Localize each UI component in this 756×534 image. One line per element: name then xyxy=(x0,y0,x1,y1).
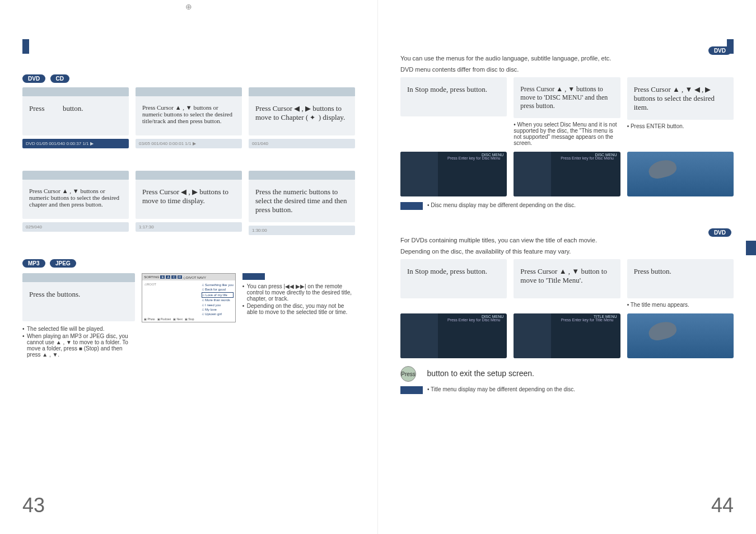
dolphin-image xyxy=(627,152,734,196)
mp3-step-box: Press the buttons. xyxy=(22,282,135,321)
screen-thumb: DISC MENU Press Enter key for Disc Menu xyxy=(400,152,507,196)
intro-text: You can use the menus for the audio lang… xyxy=(400,55,734,62)
mp3-screen-thumb: SORTING E A C R ◇DIVOT NAVY ♫ROOT ♫ Some… xyxy=(142,273,236,322)
note-list: You can press |◀◀ ▶▶| on the remote cont… xyxy=(242,283,355,315)
sub-note: • The title menu appears. xyxy=(627,302,734,308)
note-badge xyxy=(400,202,423,210)
step-4-box: Press Cursor ▲ , ▼ buttons or numeric bu… xyxy=(22,180,129,219)
exit-row: Press button to exit the setup screen. xyxy=(400,366,734,382)
disc-step-3: Press Cursor ▲ , ▼ ◀ , ▶ buttons to sele… xyxy=(627,77,734,120)
title-step-3: Press button. xyxy=(627,259,734,298)
status-strip: 1:17:30 xyxy=(136,222,242,232)
crop-mark-icon: ⊕ xyxy=(185,2,192,11)
jpeg-badge: JPEG xyxy=(50,259,76,268)
note-badge xyxy=(400,386,423,394)
mp3-badge: MP3 xyxy=(22,259,45,268)
step-3-box: Press Cursor ◀ , ▶ buttons to move to Ch… xyxy=(249,96,355,135)
intro-text: For DVDs containing multiple titles, you… xyxy=(400,237,734,243)
note-text: • Title menu display may be different de… xyxy=(427,386,575,392)
note-text: • Disc menu display may be different dep… xyxy=(427,202,576,208)
step-header xyxy=(22,87,129,96)
text: ) display. xyxy=(319,113,346,121)
dolphin-image xyxy=(627,313,734,358)
screen-thumb: TITLE MENU Press Enter key for Title Men… xyxy=(514,313,620,358)
page-number: 43 xyxy=(22,494,45,517)
chapter-icon xyxy=(310,115,316,121)
disc-step-1: In Stop mode, press button. xyxy=(400,77,507,116)
text: Press xyxy=(29,104,44,113)
step-1-box: Press button. xyxy=(22,96,129,135)
title-step-2: Press Cursor ▲ , ▼ button to move to 'Ti… xyxy=(514,259,620,298)
step-header xyxy=(22,273,135,282)
accent-bar xyxy=(22,39,29,54)
step-header xyxy=(136,87,242,96)
dvd-badge: DVD xyxy=(708,228,731,237)
accent-bar xyxy=(727,39,734,54)
screen-thumb: DISC MENU Press Enter key for Disc Menu xyxy=(400,313,507,358)
status-strip: DVD 01/05 001/040 0:00:37 1/1 ▶ xyxy=(22,139,129,148)
note-badge xyxy=(242,273,265,280)
list-item: The selected file will be played. xyxy=(22,326,135,332)
disc-step-2: Press Cursor ▲ , ▼ buttons to move to 'D… xyxy=(514,77,620,118)
mp3-notes: The selected file will be played. When p… xyxy=(22,326,135,358)
screen-thumb: DISC MENU Press Enter key for Disc Menu xyxy=(514,152,620,196)
status-strip: 025/040 xyxy=(22,222,129,232)
list-item: You can press |◀◀ ▶▶| on the remote cont… xyxy=(242,283,355,302)
step-2-box: Press Cursor ▲ , ▼ buttons or numeric bu… xyxy=(136,96,242,135)
sub-note: • Press ENTER button. xyxy=(627,123,734,129)
step-header xyxy=(249,171,355,180)
press-circle-icon: Press xyxy=(400,366,416,382)
status-strip: 03/05 001/040 0:00:01 1/1 ▶ xyxy=(136,139,242,148)
sub-note: • When you select Disc Menu and it is no… xyxy=(514,121,620,146)
text: button to exit the setup screen. xyxy=(427,369,534,378)
step-6-box: Press the numeric buttons to select the … xyxy=(249,180,355,222)
list-item: When playing an MP3 or JPEG disc, you ca… xyxy=(22,333,135,358)
step-header xyxy=(249,87,355,96)
step-header xyxy=(136,171,242,180)
status-strip: 001/040 xyxy=(249,139,355,148)
step-5-box: Press Cursor ◀ , ▶ buttons to move to ti… xyxy=(136,180,242,219)
intro-text: DVD menu contents differ from disc to di… xyxy=(400,66,734,73)
page-number: 44 xyxy=(711,494,734,517)
step-header xyxy=(22,171,129,180)
badge-row: DVD CD xyxy=(22,73,355,83)
dvd-badge: DVD xyxy=(22,74,45,83)
intro-text: Depending on the disc, the availability … xyxy=(400,248,734,255)
accent-bar xyxy=(746,241,756,255)
badge-row: MP3 JPEG xyxy=(22,257,355,268)
cd-badge: CD xyxy=(50,74,69,83)
title-step-1: In Stop mode, press button. xyxy=(400,259,507,298)
list-item: Depending on the disc, you may not be ab… xyxy=(242,303,355,315)
text: button. xyxy=(63,104,83,113)
status-strip: 1:30:00 xyxy=(249,226,355,235)
